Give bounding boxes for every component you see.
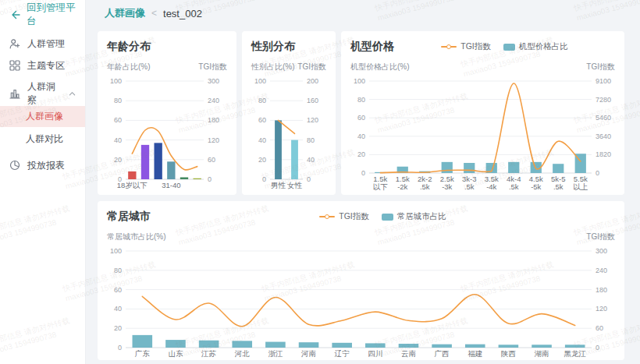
svg-text:1.5k以下: 1.5k以下 <box>373 175 389 191</box>
svg-text:80: 80 <box>357 96 365 104</box>
svg-text:3640: 3640 <box>596 133 611 140</box>
svg-text:60: 60 <box>114 116 122 124</box>
svg-text:四川: 四川 <box>368 349 382 358</box>
svg-text:5460: 5460 <box>596 114 611 122</box>
svg-text:辽宁: 辽宁 <box>334 349 350 358</box>
gender-distribution-card: 性别分布 性别占比(%) TGI指数 100200801606012040802… <box>242 31 336 195</box>
bar-swatch-icon <box>503 44 515 51</box>
gender-chart: 10020080160601204080204000男性女性 <box>251 75 326 193</box>
sidebar-item-theme-zone[interactable]: 主题专区 <box>0 55 85 76</box>
cities-legend: TGI指数 常居城市占比 <box>151 211 615 222</box>
cities-left-axis-label: 常居城市占比(%) <box>107 231 166 242</box>
back-label: 回到管理平台 <box>27 2 76 28</box>
sidebar-item-crowd-management[interactable]: 人群管理 <box>0 33 85 55</box>
legend-item-city-share[interactable]: 常居城市占比 <box>382 211 446 222</box>
sidebar-subitem-label: 人群画像 <box>26 110 63 123</box>
svg-text:40: 40 <box>114 305 122 313</box>
svg-text:60: 60 <box>114 286 122 294</box>
svg-text:1.5k-2k: 1.5k-2k <box>396 175 410 191</box>
svg-text:80: 80 <box>114 267 122 274</box>
svg-text:5.5k以上: 5.5k以上 <box>573 175 588 191</box>
svg-text:女性: 女性 <box>287 181 303 189</box>
svg-text:2k-2.5k: 2k-2.5k <box>418 175 432 191</box>
sidebar-item-label: 人群管理 <box>27 37 65 51</box>
breadcrumb-current: test_002 <box>163 8 202 19</box>
svg-text:40: 40 <box>357 133 365 140</box>
svg-text:100: 100 <box>110 77 122 85</box>
main-content: 人群画像 < test_002 年龄分布 年龄占比(%) TGI指数 10030… <box>86 0 640 364</box>
svg-text:山东: 山东 <box>168 349 183 358</box>
svg-text:0: 0 <box>208 175 212 183</box>
back-arrow-icon <box>9 9 20 20</box>
svg-text:60: 60 <box>258 116 266 124</box>
svg-text:300: 300 <box>208 77 219 85</box>
svg-text:0: 0 <box>118 344 122 352</box>
svg-text:240: 240 <box>208 97 219 104</box>
svg-text:300: 300 <box>596 247 607 255</box>
svg-text:陕西: 陕西 <box>501 349 516 358</box>
svg-text:160: 160 <box>307 97 318 104</box>
svg-text:广东: 广东 <box>135 349 151 358</box>
legend-label: TGI指数 <box>460 41 491 52</box>
svg-text:100: 100 <box>254 77 266 85</box>
svg-text:120: 120 <box>307 116 318 124</box>
sidebar-subitem-crowd-portrait[interactable]: 人群画像 <box>0 106 85 127</box>
svg-text:4k-4.5k: 4k-4.5k <box>507 175 521 191</box>
chevron-up-icon[interactable] <box>69 90 76 97</box>
svg-text:云南: 云南 <box>401 349 416 358</box>
svg-text:100: 100 <box>110 247 122 255</box>
sidebar-item-delivery-report[interactable]: 投放报表 <box>0 154 85 176</box>
sidebar-item-crowd-insight[interactable]: 人群洞察 <box>0 83 85 104</box>
sidebar-item-label: 投放报表 <box>27 159 65 172</box>
svg-text:广西: 广西 <box>435 349 450 358</box>
svg-text:100: 100 <box>354 77 365 85</box>
age-distribution-card: 年龄分布 年龄占比(%) TGI指数 100300802406018040120… <box>98 31 236 195</box>
svg-text:240: 240 <box>596 267 607 274</box>
svg-text:3.5k-4k: 3.5k-4k <box>485 175 499 191</box>
sidebar-subitem-crowd-compare[interactable]: 人群对比 <box>0 129 85 150</box>
legend-label: TGI指数 <box>339 211 369 222</box>
legend-item-tgi[interactable]: TGI指数 <box>319 211 369 222</box>
pie-chart-icon <box>9 160 20 171</box>
svg-text:男性: 男性 <box>271 181 286 189</box>
svg-text:180: 180 <box>596 286 607 294</box>
svg-text:浙江: 浙江 <box>268 349 283 358</box>
svg-text:江苏: 江苏 <box>201 349 217 358</box>
breadcrumb-section[interactable]: 人群画像 <box>105 6 145 20</box>
svg-text:31-40: 31-40 <box>162 181 180 189</box>
svg-text:3k-3.5k: 3k-3.5k <box>462 175 476 191</box>
svg-text:河北: 河北 <box>234 349 251 358</box>
svg-text:120: 120 <box>596 305 607 313</box>
svg-text:5k-5.5k: 5k-5.5k <box>551 175 565 191</box>
svg-text:1820: 1820 <box>596 150 611 158</box>
svg-text:9100: 9100 <box>596 77 611 85</box>
price-chart: 1009100807280605460403640201820001.5k以下1… <box>350 75 615 193</box>
svg-text:7280: 7280 <box>596 96 611 104</box>
svg-text:180: 180 <box>208 116 219 124</box>
back-to-platform-button[interactable]: 回到管理平台 <box>0 3 85 27</box>
svg-text:200: 200 <box>307 77 318 85</box>
svg-text:黑龙江: 黑龙江 <box>564 349 586 358</box>
svg-text:2.5k-3k: 2.5k-3k <box>440 175 454 191</box>
svg-text:80: 80 <box>114 97 122 104</box>
svg-text:0: 0 <box>307 175 311 183</box>
bar-swatch-icon <box>382 214 393 221</box>
legend-item-price-share[interactable]: 机型价格占比 <box>503 41 568 52</box>
svg-text:80: 80 <box>307 136 315 144</box>
sidebar-item-label: 主题专区 <box>27 59 65 72</box>
line-swatch-icon <box>441 44 457 50</box>
legend-item-tgi[interactable]: TGI指数 <box>441 41 491 52</box>
svg-text:20: 20 <box>114 156 122 164</box>
svg-text:60: 60 <box>357 114 365 122</box>
price-left-axis-label: 机型价格占比(%) <box>350 62 410 72</box>
svg-text:福建: 福建 <box>468 349 482 358</box>
svg-text:60: 60 <box>208 156 215 164</box>
svg-text:60: 60 <box>596 324 603 332</box>
gender-chart-title: 性别分布 <box>251 40 295 54</box>
svg-text:20: 20 <box>114 324 122 332</box>
resident-cities-card: 常居城市 TGI指数 常居城市占比 常居城市占比(%) TGI指数 100300… <box>98 201 624 360</box>
sidebar: 回到管理平台 人群管理 主题专区 人群洞察 人群画像 人群对比 <box>0 0 86 364</box>
svg-text:20: 20 <box>258 156 266 164</box>
svg-text:湖南: 湖南 <box>535 349 549 358</box>
age-chart-title: 年龄分布 <box>107 40 151 54</box>
